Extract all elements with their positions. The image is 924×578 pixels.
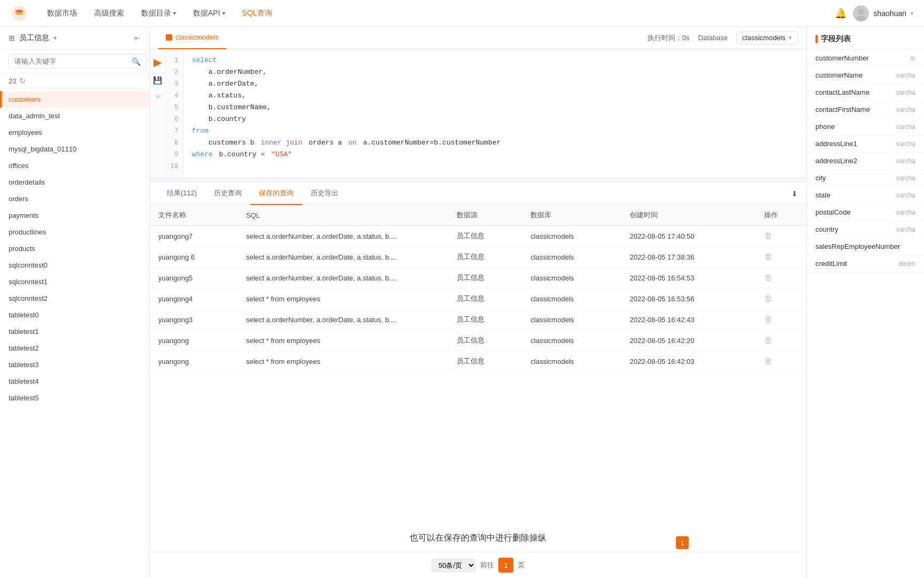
sidebar-item-sqlconntest2[interactable]: sqlconntest2 bbox=[0, 290, 149, 307]
pagination-hint: 也可以在保存的查询中进行删除操纵 bbox=[405, 531, 551, 545]
col-header-action: 操作 bbox=[756, 205, 806, 226]
delete-button[interactable]: 🗑 bbox=[764, 294, 773, 303]
cell-sql: select * from employees bbox=[237, 288, 448, 309]
sidebar-item-tabletest5[interactable]: tabletest5 bbox=[0, 390, 149, 406]
navbar-item-api[interactable]: 数据API ▾ bbox=[184, 0, 234, 27]
col-header-source: 数据源 bbox=[448, 205, 522, 226]
cell-name: yuangong7 bbox=[150, 226, 237, 247]
cell-sql: select * from employees bbox=[237, 330, 448, 351]
sidebar-item-offices[interactable]: offices bbox=[0, 157, 149, 174]
cell-action[interactable]: 🗑 bbox=[756, 330, 806, 351]
goto-label: 前往 bbox=[480, 560, 494, 570]
catalog-arrow-icon: ▾ bbox=[173, 10, 176, 16]
code-editor[interactable]: select a.orderNumber, a.orderDate, a.sta… bbox=[183, 49, 806, 178]
navbar-item-sql[interactable]: SQL查询 bbox=[234, 0, 281, 27]
field-type: varcha bbox=[896, 140, 915, 148]
table-row: yuangong7 select a.orderNumber, a.orderD… bbox=[150, 226, 806, 247]
sidebar-list: customersdata_admin_testemployeesmysql_b… bbox=[0, 89, 149, 578]
navbar-right: 🔔 shaohuan ▾ bbox=[835, 5, 913, 21]
field-row-addressLine1: addressLine1 varcha bbox=[807, 135, 924, 153]
cell-action[interactable]: 🗑 bbox=[756, 247, 806, 268]
navbar-item-search[interactable]: 高级搜索 bbox=[86, 0, 133, 27]
delete-button[interactable]: 🗑 bbox=[764, 315, 773, 324]
sidebar-item-orderdetails[interactable]: orderdetails bbox=[0, 174, 149, 191]
sidebar-item-data_admin_test[interactable]: data_admin_test bbox=[0, 108, 149, 124]
sidebar-item-employees[interactable]: employees bbox=[0, 124, 149, 141]
db-selector[interactable]: classicmodels ▾ bbox=[736, 31, 798, 44]
field-row-city: city varcha bbox=[807, 170, 924, 187]
field-row-customerName: customerName varcha bbox=[807, 67, 924, 84]
cell-sql: select a.orderNumber, a.orderDate, a.sta… bbox=[237, 226, 448, 247]
sidebar-item-tabletest1[interactable]: tabletest1 bbox=[0, 323, 149, 340]
query-tab[interactable]: classicmodels bbox=[158, 27, 226, 49]
refresh-icon[interactable]: ↻ bbox=[19, 77, 26, 85]
field-row-salesRepEmployeeNumber: salesRepEmployeeNumber bbox=[807, 238, 924, 255]
tab-saved[interactable]: 保存的查询 bbox=[250, 182, 302, 205]
sidebar-item-sqlconntest0[interactable]: sqlconntest0 bbox=[0, 257, 149, 273]
notification-icon[interactable]: 🔔 bbox=[835, 7, 846, 19]
sidebar-item-productlines[interactable]: productlines bbox=[0, 224, 149, 240]
field-name: phone bbox=[815, 123, 835, 131]
cell-action[interactable]: 🗑 bbox=[756, 268, 806, 288]
cell-action[interactable]: 🗑 bbox=[756, 226, 806, 247]
sidebar-item-mysql_bigdata_01110[interactable]: mysql_bigdata_01110 bbox=[0, 141, 149, 157]
query-tab-bar: classicmodels 执行时间：0s Database classicmo… bbox=[150, 27, 806, 49]
cell-action[interactable]: 🗑 bbox=[756, 288, 806, 309]
code-line-8: customers b inner join orders a on a.cus… bbox=[192, 137, 798, 149]
svg-point-1 bbox=[858, 9, 864, 15]
field-list-panel: 字段列表 customerNumber in customerName varc… bbox=[806, 27, 924, 578]
user-menu[interactable]: shaohuan ▾ bbox=[853, 5, 913, 21]
sidebar-item-tabletest2[interactable]: tabletest2 bbox=[0, 340, 149, 356]
sidebar-title: 员工信息 bbox=[19, 33, 49, 43]
field-type: varcha bbox=[896, 89, 915, 96]
tab-export[interactable]: 历史导出 bbox=[302, 182, 347, 205]
run-button[interactable]: ▶ bbox=[153, 56, 161, 69]
search-icon[interactable]: 🔍 bbox=[132, 57, 141, 66]
navbar-item-catalog[interactable]: 数据目录 ▾ bbox=[133, 0, 184, 27]
search-input[interactable] bbox=[9, 54, 147, 69]
sidebar-item-tabletest3[interactable]: tabletest3 bbox=[0, 356, 149, 373]
tab-history[interactable]: 历史查询 bbox=[205, 182, 250, 205]
db-arrow-icon: ▾ bbox=[789, 34, 792, 41]
delete-button[interactable]: 🗑 bbox=[764, 252, 773, 261]
sidebar-item-payments[interactable]: payments bbox=[0, 207, 149, 224]
field-list-title: 字段列表 bbox=[807, 27, 924, 50]
sidebar: ⊞ 员工信息 ▾ ⇤ 🔍 23 ↻ customersdata_admin_te… bbox=[0, 27, 150, 578]
sidebar-item-tabletest4[interactable]: tabletest4 bbox=[0, 373, 149, 390]
sidebar-item-tabletest0[interactable]: tabletest0 bbox=[0, 307, 149, 323]
field-name: salesRepEmployeeNumber bbox=[815, 242, 900, 250]
field-name: addressLine2 bbox=[815, 157, 857, 165]
save-query-icon[interactable]: 💾 bbox=[153, 76, 162, 85]
cell-action[interactable]: 🗑 bbox=[756, 309, 806, 330]
sidebar-collapse-button[interactable]: ⇤ bbox=[134, 34, 141, 42]
main-container: ⊞ 员工信息 ▾ ⇤ 🔍 23 ↻ customersdata_admin_te… bbox=[0, 27, 924, 578]
delete-button[interactable]: 🗑 bbox=[764, 231, 773, 240]
cell-db: classicmodels bbox=[522, 226, 621, 247]
delete-button[interactable]: 🗑 bbox=[764, 273, 773, 282]
sidebar-item-customers[interactable]: customers bbox=[0, 91, 149, 108]
delete-button[interactable]: 🗑 bbox=[764, 356, 773, 366]
sidebar-item-products[interactable]: products bbox=[0, 240, 149, 257]
svg-point-2 bbox=[856, 16, 866, 21]
sidebar-item-sqlconntest1[interactable]: sqlconntest1 bbox=[0, 273, 149, 290]
sidebar-item-orders[interactable]: orders bbox=[0, 191, 149, 207]
delete-button[interactable]: 🗑 bbox=[764, 336, 773, 345]
cell-time: 2022-08-05 16:42:43 bbox=[621, 309, 756, 330]
code-line-2: a.orderNumber, bbox=[192, 66, 798, 78]
cell-action[interactable]: 🗑 bbox=[756, 351, 806, 372]
query-tab-label: classicmodels bbox=[175, 33, 219, 41]
format-icon[interactable]: ≡ bbox=[155, 92, 159, 101]
cell-sql: select a.orderNumber, a.orderDate, a.sta… bbox=[237, 247, 448, 268]
download-icon[interactable]: ⬇ bbox=[791, 189, 798, 198]
results-table-wrap: 文件名称 SQL 数据源 数据库 创建时间 操作 yuangong7 selec… bbox=[150, 205, 806, 552]
orange-badge: 1 bbox=[676, 536, 689, 549]
cell-time: 2022-08-05 16:54:53 bbox=[621, 268, 756, 288]
field-type: varcha bbox=[896, 209, 915, 216]
cell-db: classicmodels bbox=[522, 247, 621, 268]
navbar-item-market[interactable]: 数据市场 bbox=[38, 0, 86, 27]
per-page-select[interactable]: 50条/页 bbox=[432, 559, 476, 572]
tab-results[interactable]: 结果(112) bbox=[158, 182, 205, 205]
col-header-sql: SQL bbox=[237, 205, 448, 226]
logo[interactable] bbox=[11, 5, 28, 22]
content-area: classicmodels 执行时间：0s Database classicmo… bbox=[150, 27, 806, 578]
